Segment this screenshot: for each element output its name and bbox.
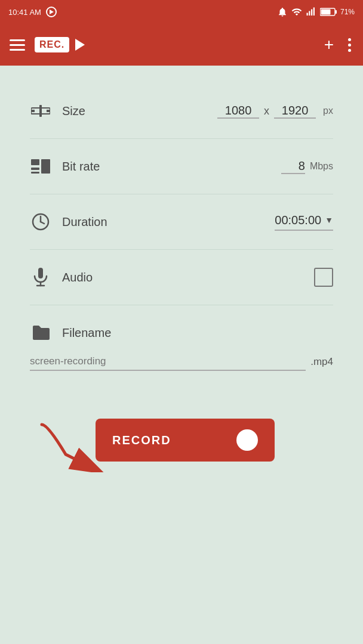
filename-header: Filename: [30, 322, 333, 343]
time-display: 10:41 AM: [8, 8, 41, 17]
audio-setting-row: Audio: [30, 250, 333, 305]
svg-rect-8: [31, 110, 35, 112]
bitrate-icon: [30, 156, 51, 177]
play-triangle: [50, 10, 54, 14]
battery-percent: 71%: [340, 8, 355, 16]
bitrate-input[interactable]: [281, 159, 305, 174]
size-setting-left: Size: [30, 100, 85, 122]
size-px-label: px: [323, 106, 333, 116]
logo-rec-text: REC.: [39, 39, 64, 50]
battery-icon: [320, 8, 337, 16]
svg-rect-9: [47, 110, 50, 112]
bitrate-label: Bit rate: [62, 160, 100, 174]
record-section: RECORD: [30, 419, 333, 462]
svg-rect-12: [31, 168, 39, 170]
size-icon: [30, 100, 51, 122]
duration-dropdown-arrow: ▼: [325, 215, 333, 225]
svg-rect-6: [321, 10, 330, 15]
filename-input[interactable]: [30, 353, 306, 371]
filename-ext: .mp4: [310, 356, 333, 368]
size-inputs: x px: [217, 104, 333, 119]
audio-icon: [30, 267, 51, 288]
size-x-separator: x: [264, 105, 269, 117]
duration-icon: [30, 211, 51, 233]
size-height-input[interactable]: [274, 104, 316, 119]
status-bar: 10:41 AM 71%: [0, 0, 363, 24]
status-right: 71%: [277, 7, 355, 17]
svg-rect-3: [313, 8, 315, 16]
record-circle-icon: [236, 429, 258, 451]
audio-checkbox[interactable]: [314, 268, 333, 287]
duration-setting-row: Duration 00:05:00 ▼: [30, 194, 333, 249]
svg-line-17: [41, 222, 44, 224]
wifi-icon: [291, 7, 302, 17]
logo-box: REC.: [35, 37, 69, 52]
filename-input-row: .mp4: [30, 353, 333, 371]
app-bar: REC. +: [0, 24, 363, 66]
duration-dropdown[interactable]: 00:05:00 ▼: [275, 213, 333, 231]
app-bar-actions: +: [324, 35, 353, 54]
svg-rect-18: [38, 268, 43, 278]
media-play-icon: [46, 7, 57, 17]
status-left: 10:41 AM: [8, 7, 57, 17]
add-button[interactable]: +: [324, 35, 334, 54]
size-label: Size: [62, 104, 85, 118]
bitrate-container: Mbps: [281, 159, 333, 174]
audio-setting-left: Audio: [30, 267, 93, 288]
bell-icon: [277, 7, 288, 17]
main-content: Size x px Bit rate Mbps: [0, 66, 363, 479]
svg-rect-11: [31, 159, 39, 165]
filename-label: Filename: [62, 326, 111, 340]
duration-setting-left: Duration: [30, 211, 107, 233]
svg-rect-0: [306, 13, 307, 16]
app-logo: REC.: [35, 37, 315, 52]
svg-rect-13: [31, 172, 39, 174]
bitrate-setting-left: Bit rate: [30, 156, 100, 177]
bitrate-setting-row: Bit rate Mbps: [30, 139, 333, 194]
audio-label: Audio: [62, 271, 93, 284]
filename-icon: [30, 322, 51, 343]
svg-rect-5: [335, 10, 337, 14]
duration-label: Duration: [62, 215, 107, 229]
size-setting-row: Size x px: [30, 83, 333, 138]
svg-rect-14: [41, 159, 50, 174]
signal-icon: [306, 7, 316, 17]
svg-rect-1: [309, 11, 310, 16]
filename-section: Filename .mp4: [30, 305, 333, 377]
svg-rect-2: [311, 10, 312, 16]
duration-value: 00:05:00: [275, 213, 321, 227]
more-options-button[interactable]: [346, 36, 353, 54]
arrow-icon: [30, 419, 125, 472]
bitrate-unit: Mbps: [310, 161, 333, 172]
svg-rect-10: [39, 105, 42, 117]
logo-play-icon: [75, 39, 85, 51]
size-width-input[interactable]: [217, 104, 259, 119]
hamburger-button[interactable]: [10, 39, 25, 51]
